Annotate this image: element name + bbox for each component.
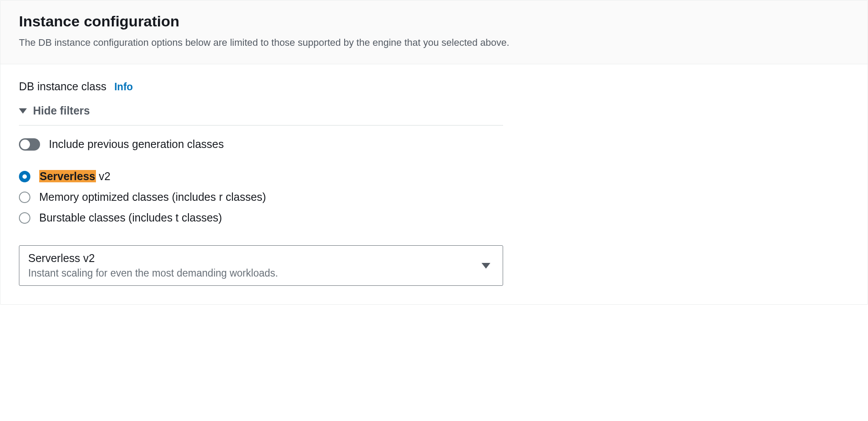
db-instance-class-label-row: DB instance class Info — [19, 80, 849, 93]
filters-section: Hide filters Include previous generation… — [19, 104, 503, 286]
radio-icon-selected — [19, 171, 30, 182]
radio-label-rest: v2 — [96, 170, 110, 182]
panel-header: Instance configuration The DB instance c… — [0, 0, 868, 64]
previous-generation-toggle[interactable] — [19, 138, 40, 151]
previous-generation-toggle-row: Include previous generation classes — [19, 138, 503, 151]
radio-icon — [19, 192, 30, 203]
radio-label-burstable: Burstable classes (includes t classes) — [39, 211, 222, 224]
info-link[interactable]: Info — [114, 81, 133, 93]
radio-burstable[interactable]: Burstable classes (includes t classes) — [19, 211, 503, 224]
highlight-text: Serverless — [39, 170, 96, 182]
toggle-knob — [20, 140, 30, 149]
radio-serverless-v2[interactable]: Serverless v2 — [19, 170, 503, 183]
select-content: Serverless v2 Instant scaling for even t… — [28, 252, 278, 279]
db-instance-class-label: DB instance class — [19, 80, 107, 93]
radio-icon — [19, 212, 30, 224]
hide-filters-label: Hide filters — [33, 104, 90, 117]
instance-class-radio-group: Serverless v2 Memory optimized classes (… — [19, 170, 503, 224]
instance-configuration-panel: Instance configuration The DB instance c… — [0, 0, 868, 305]
radio-label-serverless: Serverless v2 — [39, 170, 110, 183]
select-title: Serverless v2 — [28, 252, 278, 265]
radio-memory-optimized[interactable]: Memory optimized classes (includes r cla… — [19, 191, 503, 203]
hide-filters-toggle[interactable]: Hide filters — [19, 104, 503, 126]
panel-body: DB instance class Info Hide filters Incl… — [0, 64, 868, 304]
instance-class-select[interactable]: Serverless v2 Instant scaling for even t… — [19, 245, 503, 286]
select-subtitle: Instant scaling for even the most demand… — [28, 267, 278, 279]
previous-generation-toggle-label: Include previous generation classes — [49, 138, 224, 151]
caret-down-icon — [19, 108, 27, 114]
panel-description: The DB instance configuration options be… — [19, 35, 849, 50]
chevron-down-icon — [482, 263, 490, 269]
radio-label-memory: Memory optimized classes (includes r cla… — [39, 191, 266, 203]
panel-title: Instance configuration — [19, 13, 849, 30]
